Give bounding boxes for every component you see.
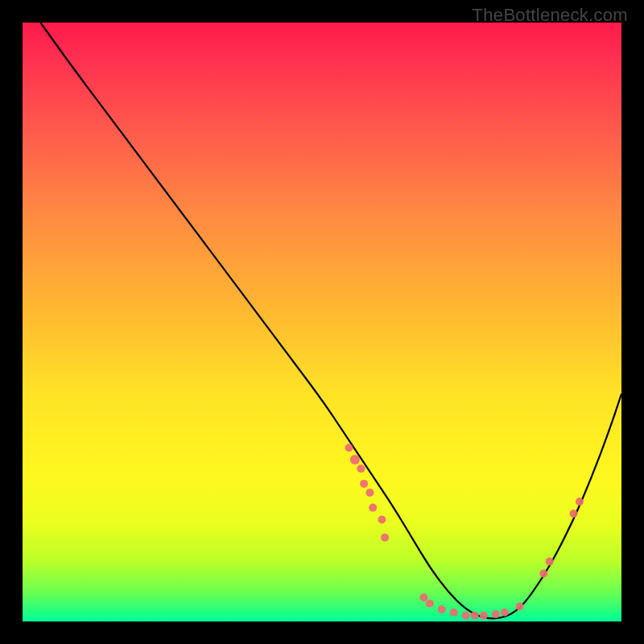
marker-point — [366, 489, 374, 497]
marker-point — [350, 455, 360, 464]
marker-point — [357, 464, 365, 473]
marker-point — [378, 516, 386, 524]
marker-point — [426, 600, 434, 608]
marker-point — [381, 534, 389, 542]
marker-point — [420, 593, 428, 601]
watermark-text: TheBottleneck.com — [473, 5, 628, 26]
marker-point — [539, 570, 547, 578]
marker-point — [360, 480, 368, 488]
marker-point — [576, 497, 584, 506]
marker-point — [450, 609, 458, 617]
marker-point — [369, 504, 377, 512]
marker-point — [570, 510, 578, 518]
marker-point — [480, 612, 488, 620]
marker-point — [345, 444, 353, 452]
marker-point — [471, 612, 479, 620]
plot-area — [23, 23, 621, 621]
marker-point — [501, 609, 509, 617]
bottleneck-curve — [40, 23, 621, 618]
marker-point — [462, 612, 470, 620]
marker-point — [546, 558, 554, 566]
chart-overlay — [23, 23, 621, 621]
highlight-markers — [345, 444, 584, 619]
marker-point — [492, 610, 500, 618]
marker-point — [516, 602, 524, 610]
marker-point — [438, 605, 446, 613]
